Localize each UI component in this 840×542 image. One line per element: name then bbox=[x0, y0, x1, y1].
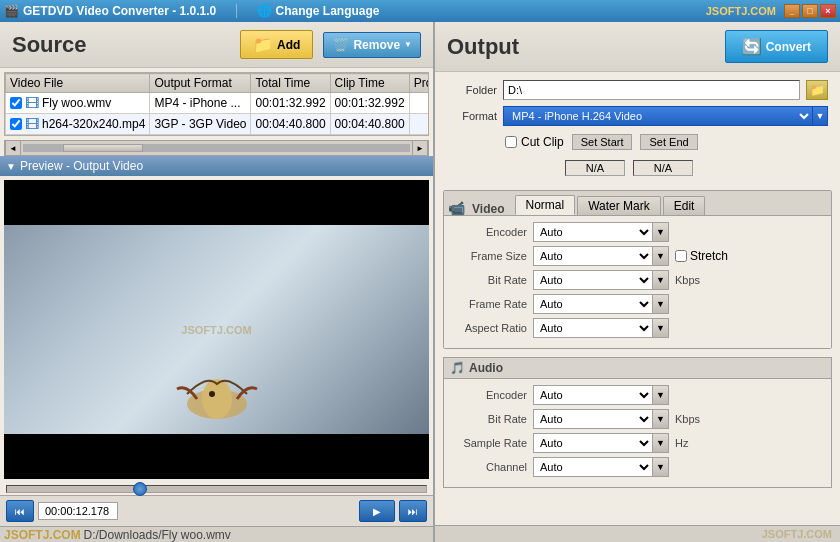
aspect-ratio-dropdown-arrow[interactable]: ▼ bbox=[653, 318, 669, 338]
channel-row: Channel Auto ▼ bbox=[452, 457, 823, 477]
close-button[interactable]: × bbox=[820, 4, 836, 18]
right-status-bar: JSOFTJ.COM bbox=[435, 525, 840, 542]
file-checkbox[interactable] bbox=[10, 118, 22, 130]
minimize-button[interactable]: _ bbox=[784, 4, 800, 18]
frame-size-dropdown-arrow[interactable]: ▼ bbox=[653, 246, 669, 266]
format-label: Format bbox=[447, 110, 497, 122]
scroll-right-arrow[interactable]: ► bbox=[412, 140, 428, 156]
fast-forward-button[interactable]: ⏭ bbox=[399, 500, 427, 522]
audio-icon: 🎵 bbox=[450, 361, 465, 375]
folder-row: Folder 📁 bbox=[447, 80, 828, 100]
format-select[interactable]: MP4 - iPhone H.264 Video 3GP - 3GP Video… bbox=[503, 106, 812, 126]
audio-encoder-dropdown-arrow[interactable]: ▼ bbox=[653, 385, 669, 405]
seek-track[interactable] bbox=[6, 485, 427, 493]
collapse-icon[interactable]: ▼ bbox=[6, 161, 16, 172]
cut-clip-check: Cut Clip bbox=[505, 135, 564, 149]
source-header: Source 📁 Add 🗑️ Remove ▼ bbox=[0, 22, 433, 68]
audio-bit-rate-select[interactable]: Auto bbox=[533, 409, 653, 429]
svg-point-2 bbox=[209, 391, 215, 397]
frame-size-label: Frame Size bbox=[452, 250, 527, 262]
brand-top-right: JSOFTJ.COM bbox=[706, 5, 776, 17]
audio-bit-rate-dropdown-arrow[interactable]: ▼ bbox=[653, 409, 669, 429]
audio-encoder-select[interactable]: Auto bbox=[533, 385, 653, 405]
encoder-select[interactable]: Auto bbox=[533, 222, 653, 242]
stretch-checkbox[interactable] bbox=[675, 250, 687, 262]
frame-size-row: Frame Size Auto ▼ Stretch bbox=[452, 246, 823, 266]
channel-select[interactable]: Auto bbox=[533, 457, 653, 477]
sample-rate-label: Sample Rate bbox=[452, 437, 527, 449]
end-na-field: N/A bbox=[633, 160, 693, 176]
frame-rate-dropdown-arrow[interactable]: ▼ bbox=[653, 294, 669, 314]
audio-encoder-select-wrapper: Auto ▼ bbox=[533, 385, 669, 405]
audio-encoder-row: Encoder Auto ▼ bbox=[452, 385, 823, 405]
horizontal-scrollbar[interactable]: ◄ ► bbox=[4, 140, 429, 156]
frame-rate-select[interactable]: Auto bbox=[533, 294, 653, 314]
scroll-thumb[interactable] bbox=[63, 144, 143, 152]
sample-rate-select[interactable]: Auto bbox=[533, 433, 653, 453]
kbps-label: Kbps bbox=[675, 274, 700, 286]
browse-button[interactable]: 📁 bbox=[806, 80, 828, 100]
tab-content-normal: Encoder Auto ▼ Frame Size Auto bbox=[444, 216, 831, 348]
output-settings: Folder 📁 Format MP4 - iPhone H.264 Video… bbox=[435, 72, 840, 186]
frame-rate-label: Frame Rate bbox=[452, 298, 527, 310]
rewind-button[interactable]: ⏮ bbox=[6, 500, 34, 522]
title-bar: 🎬 GETDVD Video Converter - 1.0.1.0 🌐 Cha… bbox=[0, 0, 840, 22]
encoder-select-wrapper: Auto ▼ bbox=[533, 222, 669, 242]
format-dropdown-arrow[interactable]: ▼ bbox=[812, 106, 828, 126]
frame-size-select[interactable]: Auto bbox=[533, 246, 653, 266]
folder-input[interactable] bbox=[503, 80, 800, 100]
clip-time-cell: 00:01:32.992 bbox=[330, 93, 409, 114]
add-button[interactable]: 📁 Add bbox=[240, 30, 313, 59]
table-row[interactable]: 🎞 h264-320x240.mp4 3GP - 3GP Video 00:04… bbox=[6, 114, 430, 135]
audio-group-label: Audio bbox=[469, 361, 503, 375]
play-button[interactable]: ▶ bbox=[359, 500, 395, 522]
format-row: Format MP4 - iPhone H.264 Video 3GP - 3G… bbox=[447, 106, 828, 126]
audio-kbps-label: Kbps bbox=[675, 413, 700, 425]
remove-icon: 🗑️ bbox=[332, 37, 349, 53]
status-bar: JSOFTJ.COM D:/Downloads/Fly woo.wmv bbox=[0, 526, 433, 542]
video-tabs-header: 📹 Video Normal Water Mark Edit bbox=[444, 191, 831, 216]
tab-edit[interactable]: Edit bbox=[663, 196, 706, 215]
scroll-track[interactable] bbox=[23, 144, 410, 152]
cut-clip-label: Cut Clip bbox=[521, 135, 564, 149]
encoder-dropdown-arrow[interactable]: ▼ bbox=[653, 222, 669, 242]
bit-rate-select[interactable]: Auto bbox=[533, 270, 653, 290]
cut-clip-checkbox[interactable] bbox=[505, 136, 517, 148]
tab-watermark[interactable]: Water Mark bbox=[577, 196, 661, 215]
left-title: GETDVD Video Converter - 1.0.1.0 bbox=[23, 4, 216, 18]
aspect-ratio-select[interactable]: Auto bbox=[533, 318, 653, 338]
file-checkbox[interactable] bbox=[10, 97, 22, 109]
seek-thumb[interactable] bbox=[133, 482, 147, 496]
aspect-ratio-row: Aspect Ratio Auto ▼ bbox=[452, 318, 823, 338]
right-panel: Output 🔄 Convert Folder 📁 Format bbox=[435, 22, 840, 542]
pro-cell bbox=[409, 93, 429, 114]
file-icon: 🎞 bbox=[25, 116, 39, 132]
sample-rate-dropdown-arrow[interactable]: ▼ bbox=[653, 433, 669, 453]
tab-normal[interactable]: Normal bbox=[515, 195, 576, 215]
scroll-left-arrow[interactable]: ◄ bbox=[5, 140, 21, 156]
window-controls[interactable]: _ □ × bbox=[784, 4, 836, 18]
col-header-file: Video File bbox=[6, 74, 150, 93]
main-container: Source 📁 Add 🗑️ Remove ▼ Video File Outp… bbox=[0, 22, 840, 542]
audio-group: 🎵 Audio Encoder Auto ▼ Bit Rate bbox=[443, 357, 832, 488]
channel-select-wrapper: Auto ▼ bbox=[533, 457, 669, 477]
table-row[interactable]: 🎞 Fly woo.wmv MP4 - iPhone ... 00:01:32.… bbox=[6, 93, 430, 114]
video-icon: 📹 bbox=[448, 200, 465, 216]
format-select-wrapper: MP4 - iPhone H.264 Video 3GP - 3GP Video… bbox=[503, 106, 828, 126]
remove-button[interactable]: 🗑️ Remove ▼ bbox=[323, 32, 421, 58]
set-end-button[interactable]: Set End bbox=[640, 134, 697, 150]
left-panel: Source 📁 Add 🗑️ Remove ▼ Video File Outp… bbox=[0, 22, 435, 542]
audio-content: Encoder Auto ▼ Bit Rate Auto bbox=[444, 379, 831, 487]
preview-title: Preview - Output Video bbox=[20, 159, 143, 173]
total-time-cell: 00:01:32.992 bbox=[251, 93, 330, 114]
video-bird-svg bbox=[167, 344, 267, 424]
maximize-button[interactable]: □ bbox=[802, 4, 818, 18]
encoder-row: Encoder Auto ▼ bbox=[452, 222, 823, 242]
convert-button[interactable]: 🔄 Convert bbox=[725, 30, 828, 63]
preview-header: ▼ Preview - Output Video bbox=[0, 156, 433, 176]
channel-dropdown-arrow[interactable]: ▼ bbox=[653, 457, 669, 477]
set-start-button[interactable]: Set Start bbox=[572, 134, 633, 150]
bit-rate-dropdown-arrow[interactable]: ▼ bbox=[653, 270, 669, 290]
aspect-ratio-label: Aspect Ratio bbox=[452, 322, 527, 334]
brand-bottom-left: JSOFTJ.COM bbox=[4, 528, 81, 542]
